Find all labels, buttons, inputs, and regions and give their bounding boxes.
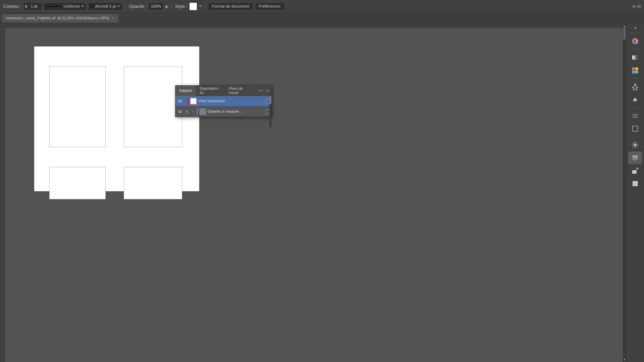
rp-sep-0 — [629, 33, 641, 33]
right-panel: ◂ — [626, 23, 644, 362]
stroke-cap-label: Arrondi 5 pt — [95, 4, 116, 9]
scroll-thumb-v[interactable] — [623, 27, 626, 39]
tab-title: impression_cartes_Foglietto.ai* @ 53,28%… — [6, 16, 109, 20]
layer-thumb-1 — [190, 98, 196, 104]
layer-color-bar-2 — [196, 108, 198, 115]
svg-rect-33 — [632, 146, 634, 147]
tab-calques[interactable]: Calques — [175, 85, 196, 96]
layer-thumb-2 — [200, 108, 206, 115]
card-rect-4 — [124, 167, 182, 199]
layer-target-btn-2[interactable] — [265, 109, 270, 114]
stroke-type-label: Uniforme — [64, 4, 80, 9]
toolbar-right-icons: ⇔ ⊟ — [632, 3, 641, 9]
svg-rect-9 — [632, 67, 635, 70]
swatches-icon[interactable] — [628, 64, 642, 77]
svg-line-18 — [633, 85, 635, 87]
card-rect-1 — [49, 66, 106, 147]
layer-expand-btn-2[interactable] — [191, 110, 195, 114]
layers-panel: Calques Exportation du Plans de travail … — [175, 85, 272, 117]
svg-point-1 — [179, 100, 180, 102]
canvas-area[interactable]: ▲ ▼ Calques Exportation du Plans de trav… — [0, 23, 626, 362]
layers-scroll-thumb[interactable] — [270, 96, 272, 104]
svg-rect-34 — [636, 143, 637, 144]
opacity-value-input[interactable]: 100% — [150, 4, 162, 9]
layer-name-2: Gabarits à masquer... — [208, 109, 264, 114]
vertical-scrollbar[interactable]: ▲ ▼ — [623, 23, 626, 362]
layers-scrollbar[interactable] — [270, 96, 272, 127]
stroke-type-select[interactable]: Uniforme — [44, 2, 86, 10]
rp-sep-1 — [629, 49, 641, 49]
tab-plans-label: Plans de travail — [229, 86, 252, 95]
svg-point-26 — [634, 144, 636, 146]
tab-plans[interactable]: Plans de travail — [225, 85, 256, 96]
contour-label: Contour : — [3, 4, 22, 9]
svg-rect-11 — [632, 71, 635, 73]
club-icon[interactable]: ♣ — [628, 93, 642, 106]
puppet-warp-icon[interactable] — [628, 80, 642, 93]
card-rect-3 — [49, 167, 106, 199]
svg-rect-28 — [635, 147, 635, 148]
appearance-icon[interactable] — [628, 139, 642, 151]
dot-preview — [90, 5, 94, 8]
stroke-options-icon[interactable] — [628, 122, 642, 135]
layer-row-gabarits[interactable]: Gabarits à masquer... — [175, 106, 272, 117]
stroke-value-input[interactable]: 1 pt — [28, 4, 40, 9]
collapse-btn[interactable]: ◂ — [626, 25, 644, 30]
rp-sep-4 — [629, 137, 641, 137]
svg-point-13 — [634, 84, 636, 85]
stroke-cap-select[interactable]: Arrondi 5 pt — [88, 2, 122, 10]
layer-lock-btn-2[interactable] — [184, 109, 190, 114]
layers-tab-icons: >> ≡ — [256, 87, 272, 94]
svg-rect-39 — [632, 170, 636, 174]
layer-visibility-btn-1[interactable] — [177, 98, 183, 104]
svg-rect-35 — [632, 155, 638, 157]
tab-close-button[interactable]: × — [111, 16, 114, 20]
layer-target-btn-1[interactable] — [265, 99, 270, 104]
stroke-preview — [46, 6, 62, 7]
layers-tab-bar: Calques Exportation du Plans de travail … — [175, 85, 272, 96]
layers-panel-icon[interactable] — [628, 151, 642, 164]
svg-rect-32 — [636, 146, 637, 148]
opacity-arrow[interactable]: ▶ — [166, 4, 168, 9]
spin-arrows[interactable] — [25, 5, 27, 8]
tab-exportation[interactable]: Exportation du — [196, 85, 225, 96]
spin-up-arrow[interactable] — [25, 5, 27, 6]
svg-rect-12 — [636, 71, 638, 73]
vertical-ruler — [0, 23, 5, 362]
style-label: Style : — [175, 4, 187, 9]
svg-rect-25 — [632, 126, 638, 131]
artboards-icon[interactable] — [628, 164, 642, 177]
scroll-down-arrow[interactable]: ▼ — [623, 358, 626, 361]
opacity-label: Opacité : — [129, 4, 146, 9]
canvas-white-page[interactable] — [34, 46, 199, 191]
stroke-cap-chevron — [118, 6, 120, 7]
club-symbol: ♣ — [633, 96, 637, 103]
preferences-button[interactable]: Préférences — [255, 2, 284, 10]
spin-down-arrow[interactable] — [25, 7, 27, 8]
links-icon[interactable] — [628, 177, 642, 190]
color-wheel-icon[interactable] — [628, 35, 642, 48]
layers-more-button[interactable]: >> — [257, 87, 264, 94]
document-tab[interactable]: impression_cartes_Foglietto.ai* @ 53,28%… — [2, 14, 119, 22]
grid-toggle-icon[interactable]: ⊟ — [637, 4, 641, 9]
svg-rect-29 — [632, 145, 633, 145]
tab-exportation-label: Exportation du — [200, 86, 222, 95]
svg-rect-31 — [632, 143, 634, 144]
arrange-icon[interactable]: ⇔ — [632, 3, 636, 9]
layer-row-votre-impression[interactable]: Votre impression — [175, 96, 272, 106]
style-chevron — [199, 6, 202, 7]
graphic-styles-icon[interactable] — [628, 109, 642, 122]
stroke-type-chevron — [82, 6, 84, 7]
format-doc-button[interactable]: Format de document — [208, 2, 253, 10]
opacity-spinbox[interactable]: 100% — [148, 2, 164, 10]
layers-menu-button[interactable]: ≡ — [265, 87, 270, 94]
stroke-spinbox[interactable]: 1 pt — [24, 2, 42, 10]
main-layout: ▲ ▼ Calques Exportation du Plans de trav… — [0, 23, 644, 362]
scroll-up-arrow[interactable]: ▲ — [623, 24, 626, 27]
horizontal-ruler — [0, 23, 626, 28]
svg-line-19 — [635, 85, 637, 87]
tab-bar: impression_cartes_Foglietto.ai* @ 53,28%… — [0, 13, 644, 23]
style-color-swatch[interactable] — [190, 2, 197, 10]
layer-visibility-btn-2[interactable] — [177, 109, 183, 115]
gradient-icon[interactable] — [628, 51, 642, 64]
